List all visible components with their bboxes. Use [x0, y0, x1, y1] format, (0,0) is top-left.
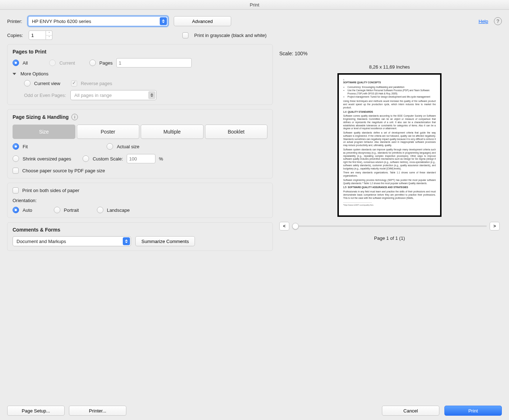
- current-view-radio[interactable]: [24, 80, 31, 87]
- percent-label: %: [159, 156, 163, 162]
- custom-scale-label: Custom Scale:: [93, 156, 123, 162]
- advanced-button[interactable]: Advanced: [174, 16, 231, 26]
- tab-poster[interactable]: Poster: [77, 125, 140, 139]
- select-arrows-icon: [160, 17, 167, 25]
- choose-source-checkbox[interactable]: [13, 168, 19, 174]
- fit-label: Fit: [23, 144, 28, 149]
- page-dimensions: 8,26 x 11,69 Inches: [279, 64, 500, 70]
- pages-range-label: Pages: [99, 60, 113, 66]
- more-options-label[interactable]: More Options: [20, 71, 48, 76]
- tab-multiple[interactable]: Multiple: [141, 125, 204, 139]
- info-icon[interactable]: i: [71, 114, 78, 120]
- printer-value: HP ENVY Photo 6200 series: [32, 19, 91, 24]
- preview-prev-button[interactable]: <: [279, 222, 289, 230]
- both-sides-label: Print on both sides of paper: [22, 188, 79, 193]
- custom-scale-input[interactable]: [127, 154, 155, 163]
- copies-input[interactable]: [29, 31, 46, 40]
- summarize-comments-button[interactable]: Summarize Comments: [135, 236, 195, 246]
- select-arrows-icon: [123, 237, 130, 245]
- copies-label: Copies:: [7, 33, 23, 38]
- comments-panel: Comments & Forms Document and Markups Su…: [7, 222, 273, 251]
- tab-size[interactable]: Size: [13, 125, 75, 139]
- print-button[interactable]: Print: [444, 406, 502, 416]
- pages-current-label: Current: [59, 60, 75, 66]
- orientation-label: Orientation:: [13, 198, 267, 203]
- tab-booklet[interactable]: Booklet: [205, 125, 268, 139]
- copies-stepper[interactable]: ˄˅: [29, 31, 52, 40]
- comments-select[interactable]: Document and Markups: [13, 236, 131, 246]
- printer-select[interactable]: HP ENVY Photo 6200 series: [28, 16, 168, 26]
- orientation-auto-label: Auto: [23, 207, 32, 213]
- actual-size-radio[interactable]: [107, 143, 113, 150]
- printer-button[interactable]: Printer...: [69, 406, 126, 416]
- sizing-panel: Page Sizing & Handling i Size Poster Mul…: [7, 109, 273, 178]
- reverse-pages-label: Reverse pages: [81, 81, 112, 86]
- both-sides-checkbox[interactable]: [13, 187, 19, 193]
- fit-radio[interactable]: [13, 143, 19, 150]
- actual-size-label: Actual size: [117, 144, 139, 149]
- pages-current-radio[interactable]: [49, 60, 56, 66]
- current-view-label: Current view: [34, 81, 60, 86]
- window-title: Print: [0, 0, 509, 10]
- orientation-portrait-radio[interactable]: [54, 207, 60, 213]
- slider-thumb[interactable]: [292, 223, 299, 229]
- shrink-radio[interactable]: [13, 155, 19, 162]
- odd-even-label: Odd or Even Pages:: [24, 93, 66, 98]
- help-icon[interactable]: ?: [494, 17, 502, 25]
- cancel-button[interactable]: Cancel: [382, 406, 439, 416]
- choose-source-label: Choose paper source by PDF page size: [22, 168, 105, 173]
- comments-heading: Comments & Forms: [13, 227, 267, 233]
- preview-pane: Scale: 100% 8,26 x 11,69 Inches 6 SOFTWA…: [277, 44, 502, 398]
- help-link[interactable]: Help: [478, 19, 488, 24]
- duplex-panel: Print on both sides of paper Orientation…: [7, 183, 273, 218]
- orientation-landscape-label: Landscape: [107, 207, 130, 213]
- pages-panel: Pages to Print All Current Pages: [7, 44, 273, 105]
- reverse-pages-checkbox: [71, 80, 77, 87]
- select-arrows-icon: [148, 91, 155, 99]
- orientation-landscape-radio[interactable]: [97, 207, 103, 213]
- comments-value: Document and Markups: [17, 239, 66, 244]
- orientation-portrait-label: Portrait: [64, 207, 79, 213]
- odd-even-select[interactable]: All pages in range: [70, 90, 157, 100]
- preview-slider[interactable]: [292, 225, 487, 227]
- pages-all-label: All: [23, 60, 28, 66]
- page-preview: 6 SOFTWARE QUALITY CONCEPTS Concurrency:…: [337, 73, 442, 217]
- odd-even-value: All pages in range: [74, 93, 112, 98]
- pages-heading: Pages to Print: [13, 49, 267, 55]
- page-count-label: Page 1 of 1 (1): [279, 235, 500, 241]
- disclosure-triangle-icon[interactable]: [13, 73, 16, 75]
- printer-label: Printer:: [7, 19, 22, 24]
- preview-next-button[interactable]: >: [490, 222, 500, 230]
- grayscale-label: Print in grayscale (black and white): [194, 33, 267, 38]
- pages-range-input[interactable]: [116, 58, 192, 67]
- pages-range-radio[interactable]: [89, 60, 96, 66]
- shrink-label: Shrink oversized pages: [23, 156, 71, 162]
- page-setup-button[interactable]: Page Setup...: [7, 406, 65, 416]
- sizing-heading: Page Sizing & Handling: [13, 114, 69, 120]
- grayscale-checkbox[interactable]: [182, 32, 188, 38]
- orientation-auto-radio[interactable]: [13, 207, 19, 213]
- stepper-arrows-icon[interactable]: ˄˅: [46, 31, 52, 40]
- scale-label: Scale: 100%: [279, 51, 500, 56]
- pages-all-radio[interactable]: [13, 60, 19, 66]
- custom-scale-radio[interactable]: [83, 155, 89, 162]
